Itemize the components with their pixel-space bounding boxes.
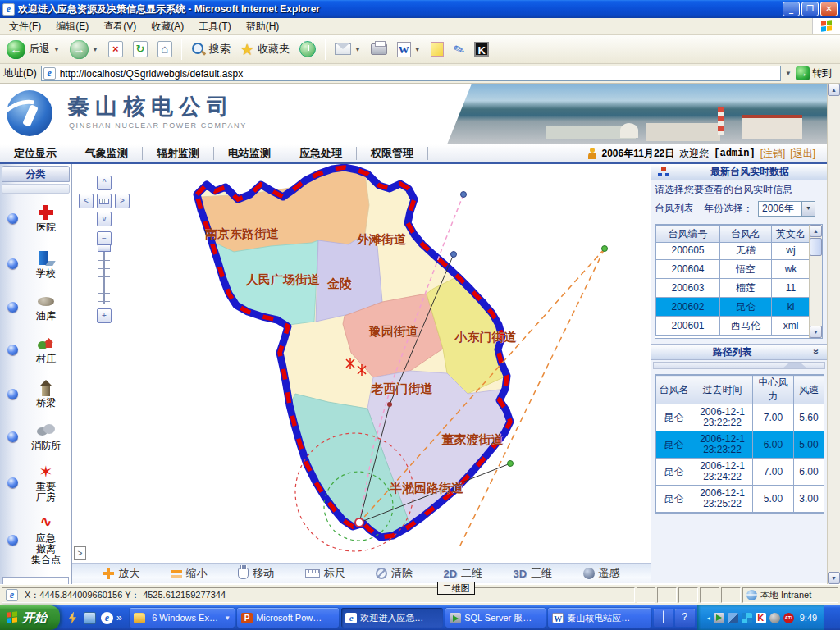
column-header[interactable]: 英文名 xyxy=(772,226,810,243)
tab-radiation-monitor[interactable]: 辐射监测 xyxy=(143,147,214,160)
sidebar-item-oil-depot[interactable]: 油库 xyxy=(0,286,71,327)
forward-dropdown-icon[interactable]: ▼ xyxy=(92,46,98,53)
scrollbar-thumb[interactable] xyxy=(810,238,822,256)
table-row[interactable]: 200604 悟空 wk xyxy=(656,260,810,279)
zoom-out-tool[interactable]: 缩小 xyxy=(171,566,208,581)
table-row[interactable]: 昆仑 2006-12-1 23:22:22 7.00 5.60 xyxy=(656,404,824,431)
quicklaunch-ie-icon[interactable]: e xyxy=(101,612,113,624)
taskbar-window-word-doc[interactable]: W 秦山核电站应急... xyxy=(548,608,651,628)
logout-link[interactable]: [注销] xyxy=(760,147,786,161)
taskbar-window-explorer-group[interactable]: ​6 Windows Expl... ▼ xyxy=(130,608,235,628)
taskbar-clock[interactable]: 9:49 xyxy=(800,613,817,623)
column-header[interactable]: 风速 xyxy=(794,376,824,404)
column-header[interactable]: 台风编号 xyxy=(656,226,720,243)
typhoon-table-body[interactable]: 200606 太虚 tx 200605 无稽 wj 200604 悟空 wk 2… xyxy=(655,243,809,338)
tab-location-display[interactable]: 定位显示 xyxy=(0,147,71,160)
taskbar-window-ie-active[interactable]: e 欢迎进入应急资... xyxy=(341,608,443,628)
year-select-dropdown-icon[interactable]: ▼ xyxy=(801,202,815,216)
tab-permission-admin[interactable]: 权限管理 xyxy=(357,147,428,160)
taskbar-window-powerpoint[interactable]: P Microsoft PowerP... xyxy=(237,608,339,628)
quicklaunch-messenger-icon[interactable] xyxy=(66,612,79,624)
table-row[interactable]: 200601 西马伦 xml xyxy=(656,317,810,336)
collapse-chevron-icon[interactable]: « xyxy=(810,349,822,355)
scroll-down-icon[interactable]: ▼ xyxy=(810,326,822,338)
sidebar-item-important-plant[interactable]: ✶ 重要 厂房 xyxy=(0,457,71,508)
plugin-button[interactable]: K xyxy=(471,40,492,58)
tray-sqlserver-icon[interactable] xyxy=(714,613,724,623)
language-keyboard-button[interactable] xyxy=(654,609,673,627)
stop-button[interactable]: × xyxy=(105,39,126,59)
restore-button[interactable]: ❐ xyxy=(801,2,819,16)
path-list-header[interactable]: 路径列表 « xyxy=(651,344,827,360)
minimize-button[interactable]: _ xyxy=(783,2,800,16)
tray-network-icon[interactable] xyxy=(728,613,738,623)
pan-tool[interactable]: 移动 xyxy=(238,566,274,581)
column-header[interactable]: 台风名 xyxy=(720,226,772,243)
zoom-in-tool[interactable]: 放大 xyxy=(103,566,139,581)
search-button[interactable]: 搜索 xyxy=(188,40,234,58)
menu-favorites[interactable]: 收藏(A) xyxy=(144,17,191,36)
menu-help[interactable]: 帮助(H) xyxy=(239,17,287,36)
layer-toggle-icon[interactable] xyxy=(7,302,18,313)
sidebar-header[interactable]: 分类 xyxy=(2,166,70,182)
table-row-selected[interactable]: 昆仑 2006-12-1 23:23:22 6.00 5.00 xyxy=(656,431,824,459)
view-3d-tool[interactable]: 3D三维 xyxy=(513,566,552,581)
mail-dropdown-icon[interactable]: ▼ xyxy=(354,46,361,53)
address-input[interactable] xyxy=(41,66,781,81)
refresh-button[interactable]: ↻ xyxy=(130,39,151,59)
exit-link[interactable]: [退出] xyxy=(790,147,815,161)
tab-station-monitor[interactable]: 电站监测 xyxy=(214,147,285,160)
clear-tool[interactable]: 清除 xyxy=(376,566,413,581)
sidebar-item-village[interactable]: 村庄 xyxy=(0,327,71,372)
pan-up-button[interactable]: ^ xyxy=(97,176,112,190)
edit-dropdown-icon[interactable]: ▼ xyxy=(414,46,421,53)
quicklaunch-overflow-icon[interactable]: » xyxy=(116,612,122,623)
gis-map[interactable]: 南京东路街道 外滩街道 人民广场街道 金陵 豫园街道 小东门街道 老西门街道 董… xyxy=(72,164,651,563)
sidebar-item-fire-station[interactable]: 消防所 xyxy=(0,416,71,457)
table-row[interactable]: 昆仑 2006-12-1 23:25:22 5.00 3.00 xyxy=(656,486,824,513)
layer-toggle-icon[interactable] xyxy=(7,477,18,488)
column-header[interactable]: 中心风力 xyxy=(753,376,794,404)
map-scale-button[interactable] xyxy=(97,194,112,208)
layer-toggle-icon[interactable] xyxy=(7,345,18,355)
layer-toggle-icon[interactable] xyxy=(7,213,18,224)
column-header[interactable]: 台风名 xyxy=(656,376,692,404)
menu-view[interactable]: 查看(V) xyxy=(96,17,144,36)
sidebar-item-assembly-point[interactable]: ∿ 应急 撤离 集合点 xyxy=(0,508,71,572)
print-button[interactable] xyxy=(368,42,390,57)
table-row[interactable]: 昆仑 2006-12-1 23:24:22 7.00 6.00 xyxy=(656,459,824,486)
taskbar-window-sqlserver[interactable]: SQL Server 服务... xyxy=(445,608,546,628)
pan-right-button[interactable]: > xyxy=(115,194,130,208)
sidebar-collapse-button[interactable]: > xyxy=(74,546,86,560)
forward-button[interactable]: → ▼ xyxy=(66,39,102,61)
edit-word-button[interactable]: W ▼ xyxy=(394,40,424,59)
scroll-up-icon[interactable]: ▲ xyxy=(828,84,840,96)
menu-tools[interactable]: 工具(T) xyxy=(191,17,238,36)
layer-toggle-icon[interactable] xyxy=(7,431,18,442)
back-dropdown-icon[interactable]: ▼ xyxy=(53,46,60,53)
tray-ati-icon[interactable]: ATI xyxy=(783,613,794,623)
tray-collapse-icon[interactable]: ◂ xyxy=(707,614,710,622)
view-2d-tool[interactable]: 2D二维 xyxy=(443,566,482,581)
tab-emergency-handling[interactable]: 应急处理 xyxy=(285,147,357,160)
home-button[interactable]: ⌂ xyxy=(154,39,176,59)
notes-button[interactable] xyxy=(427,40,447,58)
panel-splitter[interactable] xyxy=(653,362,825,369)
ruler-tool[interactable]: 标尺 xyxy=(305,566,345,581)
tray-grid-icon[interactable] xyxy=(742,613,752,623)
page-scrollbar[interactable]: ▲ ▼ xyxy=(827,84,840,584)
close-button[interactable]: ✕ xyxy=(820,2,838,16)
language-help-button[interactable]: ? xyxy=(675,609,695,627)
sidebar-item-school[interactable]: 学校 xyxy=(0,241,71,286)
mail-button[interactable]: ▼ xyxy=(331,42,364,57)
tab-weather-monitor[interactable]: 气象监测 xyxy=(71,147,143,160)
menu-file[interactable]: 文件(F) xyxy=(2,17,48,36)
show-desktop-icon[interactable] xyxy=(84,612,96,624)
scroll-up-icon[interactable]: ▲ xyxy=(810,225,822,237)
scroll-down-icon[interactable]: ▼ xyxy=(828,572,840,584)
layer-toggle-icon[interactable] xyxy=(7,535,18,546)
go-button[interactable]: → 转到 xyxy=(796,66,837,80)
table-row-selected[interactable]: 200602 昆仑 kl xyxy=(656,298,810,317)
history-button[interactable] xyxy=(296,39,319,59)
layer-toggle-icon[interactable] xyxy=(7,389,18,399)
